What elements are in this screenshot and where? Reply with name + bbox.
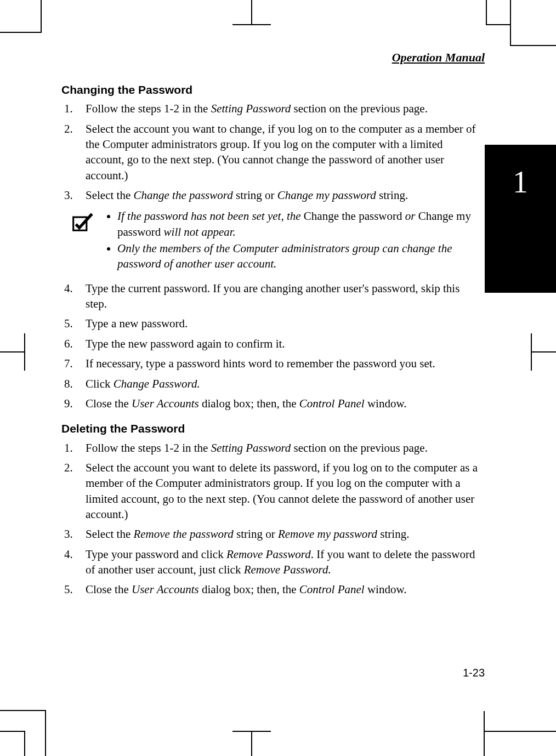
steps-list-changing-cont: Type the current password. If you are ch… xyxy=(61,281,478,411)
list-item: Type the new password again to confirm i… xyxy=(76,336,478,351)
crop-mark xyxy=(0,351,25,353)
page-number: 1-23 xyxy=(463,667,485,679)
text: section on the previous page. xyxy=(291,441,428,454)
text: window. xyxy=(365,583,407,596)
list-item: Select the Remove the password string or… xyxy=(76,526,478,542)
crop-mark xyxy=(0,731,25,756)
text: window. xyxy=(365,397,407,410)
page-content: Changing the Password Follow the steps 1… xyxy=(61,77,478,603)
list-item: Follow the steps 1-2 in the Setting Pass… xyxy=(76,440,478,456)
crop-mark xyxy=(251,0,252,24)
text-italic: Setting Password xyxy=(211,441,291,454)
crop-mark xyxy=(486,0,511,25)
text-italic: Control Panel xyxy=(299,397,365,410)
text-italic: or xyxy=(402,209,418,223)
list-item: Type your password and click Remove Pass… xyxy=(76,547,478,578)
list-item: Select the Change the password string or… xyxy=(76,187,478,203)
text: string or xyxy=(234,527,278,541)
section-title-deleting: Deleting the Password xyxy=(61,421,478,436)
text: Change the password xyxy=(304,209,402,223)
crop-mark xyxy=(485,731,556,756)
note-list: If the password has not been set yet, th… xyxy=(106,208,478,272)
steps-list-deleting: Follow the steps 1-2 in the Setting Pass… xyxy=(61,440,478,598)
text: Type your password and click xyxy=(86,548,226,561)
text: Follow the steps 1-2 in the xyxy=(86,102,211,115)
text-italic: Remove Password xyxy=(226,548,311,561)
list-item: Select the account you want to change, i… xyxy=(76,121,478,183)
text: Click xyxy=(86,377,114,390)
text-italic: Control Panel xyxy=(299,583,365,596)
text-italic: will not appear. xyxy=(161,225,236,238)
list-item: Close the User Accounts dialog box; then… xyxy=(76,396,478,411)
text: dialog box; then, the xyxy=(199,397,299,410)
list-item: Click Change Password. xyxy=(76,376,478,391)
crop-mark xyxy=(484,711,485,756)
text-italic: Remove the password xyxy=(133,527,233,541)
crop-mark xyxy=(0,32,42,33)
list-item: Type a new password. xyxy=(76,316,478,331)
text: section on the previous page. xyxy=(291,102,428,115)
text-italic: Change Password. xyxy=(114,377,200,390)
crop-mark xyxy=(531,351,556,353)
crop-mark xyxy=(510,0,556,46)
list-item: Only the members of the Computer adminis… xyxy=(117,241,478,272)
list-item: Close the User Accounts dialog box; then… xyxy=(76,582,478,597)
text-italic: Remove my password xyxy=(278,527,377,541)
chapter-tab: 1 xyxy=(485,145,556,293)
list-item: If the password has not been set yet, th… xyxy=(117,208,478,240)
text-italic: Setting Password xyxy=(211,102,291,115)
text-italic: Remove Password. xyxy=(244,563,331,576)
text: Close the xyxy=(86,397,132,410)
text-italic: User Accounts xyxy=(132,583,199,596)
text: Select the xyxy=(86,527,133,541)
crop-mark xyxy=(41,0,42,32)
list-item: Select the account you want to delete it… xyxy=(76,460,478,522)
text-italic: Change the password xyxy=(133,189,232,202)
list-item: Follow the steps 1-2 in the Setting Pass… xyxy=(76,101,478,116)
text: dialog box; then, the xyxy=(199,583,299,596)
steps-list-changing: Follow the steps 1-2 in the Setting Pass… xyxy=(61,101,478,203)
text: Close the xyxy=(86,583,132,596)
running-header: Operation Manual xyxy=(392,50,485,65)
text: string or xyxy=(233,189,277,202)
checkmark-note-icon xyxy=(71,211,94,234)
crop-mark xyxy=(232,24,271,25)
text: Follow the steps 1-2 in the xyxy=(86,441,211,454)
section-title-changing: Changing the Password xyxy=(61,82,478,98)
note-callout: If the password has not been set yet, th… xyxy=(71,208,478,272)
text: string. xyxy=(377,527,409,541)
list-item: Type the current password. If you are ch… xyxy=(76,281,478,312)
text-italic: Change my password xyxy=(277,189,376,202)
list-item: If necessary, type a password hints word… xyxy=(76,356,478,371)
crop-mark xyxy=(232,731,271,732)
text-italic: If the password has not been set yet, th… xyxy=(117,209,304,223)
text: string. xyxy=(376,189,408,202)
text-italic: User Accounts xyxy=(132,397,199,410)
crop-mark xyxy=(251,732,252,756)
text: Select the xyxy=(86,189,133,202)
